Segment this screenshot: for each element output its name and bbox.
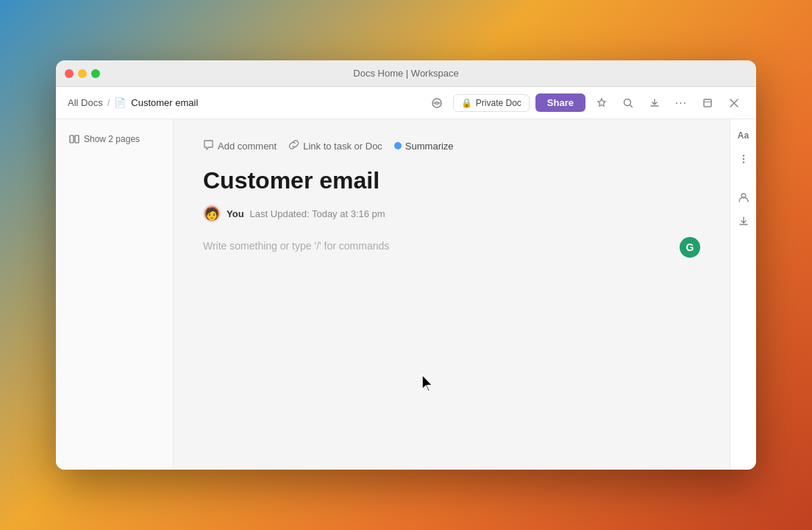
svg-rect-9 (75, 135, 79, 143)
svg-line-3 (630, 105, 633, 107)
doc-last-updated: Last Updated: Today at 3:16 pm (250, 208, 385, 219)
share-button[interactable]: Share (535, 93, 585, 112)
comment-icon (203, 139, 214, 152)
svg-point-10 (742, 155, 744, 156)
doc-icon: 📄 (114, 97, 126, 108)
minimize-button[interactable] (78, 69, 87, 78)
titlebar: Docs Home | Workspace (56, 60, 756, 87)
breadcrumb-bar: All Docs / 📄 Customer email 🔒 Private Do… (56, 87, 756, 119)
right-sidebar-icon-1[interactable]: Aa (733, 125, 754, 146)
search-button[interactable] (618, 93, 638, 113)
maximize-button[interactable] (91, 69, 100, 78)
cursor (420, 373, 436, 394)
main-layout: Show 2 pages Add comment (56, 119, 756, 470)
doc-input-area: Write something or type '/' for commands… (203, 237, 700, 255)
svg-point-12 (742, 161, 744, 163)
svg-point-11 (742, 158, 744, 160)
doc-author: You (227, 208, 244, 219)
private-doc-button[interactable]: 🔒 Private Doc (453, 94, 530, 112)
close-window-button[interactable] (724, 93, 744, 113)
collapse-button[interactable] (697, 93, 718, 113)
doc-placeholder[interactable]: Write something or type '/' for commands (203, 237, 700, 255)
all-docs-link[interactable]: All Docs (68, 97, 103, 108)
show-pages-label: Show 2 pages (84, 134, 140, 144)
lock-icon: 🔒 (461, 98, 472, 108)
right-sidebar: Aa (730, 119, 756, 470)
window-title: Docs Home | Workspace (353, 68, 458, 79)
summarize-label: Summarize (405, 141, 454, 152)
star-button[interactable] (591, 93, 612, 113)
link-icon (288, 139, 299, 152)
breadcrumb-current: Customer email (131, 97, 198, 108)
document-title: Customer email (203, 166, 700, 194)
breadcrumb: All Docs / 📄 Customer email (68, 97, 427, 108)
right-sidebar-icon-3[interactable] (733, 187, 754, 208)
export-button[interactable] (644, 93, 665, 113)
more-options-button[interactable]: ··· (671, 93, 691, 113)
right-sidebar-icon-2[interactable] (733, 149, 754, 169)
sidebar: Show 2 pages (56, 119, 174, 470)
avatar-emoji: 🧑 (204, 207, 219, 221)
svg-rect-4 (704, 99, 711, 107)
svg-rect-8 (70, 135, 74, 143)
text-format-icon: Aa (738, 130, 749, 141)
toolbar-right: 🔒 Private Doc Share (427, 93, 744, 113)
ellipsis-icon: ··· (675, 96, 687, 110)
close-button[interactable] (65, 69, 74, 78)
document-area[interactable]: Add comment Link to task or Doc (174, 119, 730, 470)
window-inner: All Docs / 📄 Customer email 🔒 Private Do… (56, 87, 756, 470)
traffic-lights (65, 69, 100, 78)
share-icon-btn[interactable] (427, 93, 447, 113)
private-doc-label: Private Doc (476, 98, 521, 108)
avatar: 🧑 (203, 205, 221, 222)
summarize-dot (394, 142, 402, 149)
show-pages-button[interactable]: Show 2 pages (65, 131, 144, 147)
link-task-button[interactable]: Link to task or Doc (288, 137, 382, 155)
doc-actions: Add comment Link to task or Doc (203, 137, 700, 155)
app-window: Docs Home | Workspace All Docs / 📄 Custo… (56, 60, 756, 470)
add-comment-button[interactable]: Add comment (203, 137, 277, 155)
right-sidebar-icon-4[interactable] (733, 211, 754, 231)
doc-meta: 🧑 You Last Updated: Today at 3:16 pm (203, 205, 700, 222)
add-comment-label: Add comment (218, 141, 277, 152)
link-task-label: Link to task or Doc (303, 141, 382, 152)
breadcrumb-separator: / (107, 97, 110, 108)
summarize-button[interactable]: Summarize (394, 138, 454, 154)
